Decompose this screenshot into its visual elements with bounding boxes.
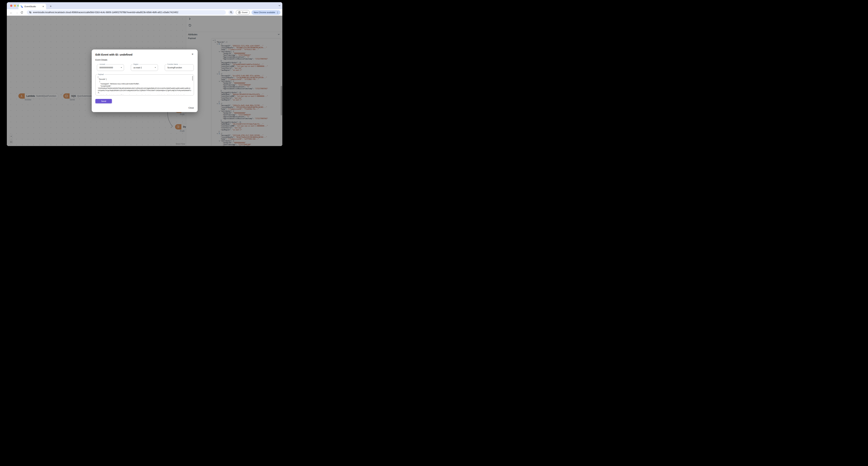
profile-label: Guest — [242, 11, 248, 13]
event-details-label: Event Details — [95, 59, 107, 61]
payload-label: Payload — [97, 74, 104, 75]
function-name-field[interactable]: Function Name ScoringFunction — [165, 64, 194, 71]
address-bar[interactable]: eventstudio.localhost.localstack.cloud:4… — [27, 10, 226, 15]
region-value: us-east-1 — [133, 64, 142, 71]
site-settings-icon[interactable] — [29, 11, 32, 14]
tab-strip: EventStudio ✕ + — [7, 2, 282, 9]
modal-title: Edit Event with ID: undefined — [95, 53, 132, 56]
send-button[interactable]: Send — [95, 99, 112, 103]
tab-eventstudio[interactable]: EventStudio ✕ — [19, 4, 46, 9]
update-label: New Chrome available — [254, 11, 275, 13]
chrome-update-chip[interactable]: New Chrome available ⋮ — [251, 10, 280, 15]
browser-toolbar: ← → eventstudio.localhost.localstack.clo… — [7, 9, 282, 16]
menu-kebab-icon[interactable]: ⋮ — [276, 11, 279, 14]
screen: EventStudio ✕ + ← → eventstu — [0, 0, 289, 155]
payload-textarea[interactable]: Payload { "Records": [ { "messageId": "6… — [95, 75, 194, 95]
dropdown-caret-icon[interactable]: ▼ — [121, 67, 122, 68]
tab-title: EventStudio — [25, 5, 42, 7]
url-text[interactable]: eventstudio.localhost.localstack.cloud:4… — [33, 11, 178, 14]
region-select[interactable]: Region us-east-1 ▼ — [131, 64, 158, 71]
minimize-window-button[interactable] — [14, 5, 16, 7]
new-tab-button[interactable]: + — [49, 4, 53, 8]
payload-value[interactable]: { "Records": [ { "messageId": "65032221-… — [98, 76, 191, 94]
edit-event-modal: Edit Event with ID: undefined ✕ Event De… — [92, 50, 197, 112]
account-select[interactable]: Account 000000000000 ▼ — [97, 64, 124, 71]
tab-close-icon[interactable]: ✕ — [42, 5, 45, 8]
page-content: λ Lambda SubmitQuizFunction Invoke → — [7, 16, 282, 146]
dropdown-caret-icon[interactable]: ▼ — [155, 67, 156, 68]
function-name-value: ScoringFunction — [167, 64, 182, 71]
close-button[interactable]: Close — [189, 107, 194, 109]
account-value: 000000000000 — [99, 64, 113, 71]
back-button[interactable]: ← — [9, 11, 13, 14]
close-window-button[interactable] — [10, 5, 12, 7]
forward-button: → — [15, 11, 19, 14]
eventstudio-favicon — [20, 5, 23, 8]
browser-window: EventStudio ✕ + ← → eventstu — [7, 2, 282, 146]
modal-close-icon[interactable]: ✕ — [191, 53, 193, 56]
payload-scrollbar[interactable] — [192, 76, 193, 81]
reload-button[interactable] — [21, 11, 24, 14]
zoom-icon[interactable] — [228, 10, 234, 15]
profile-chip[interactable]: Guest — [236, 10, 250, 15]
tab-search-chevron-icon[interactable] — [278, 5, 280, 6]
person-icon — [238, 11, 241, 14]
